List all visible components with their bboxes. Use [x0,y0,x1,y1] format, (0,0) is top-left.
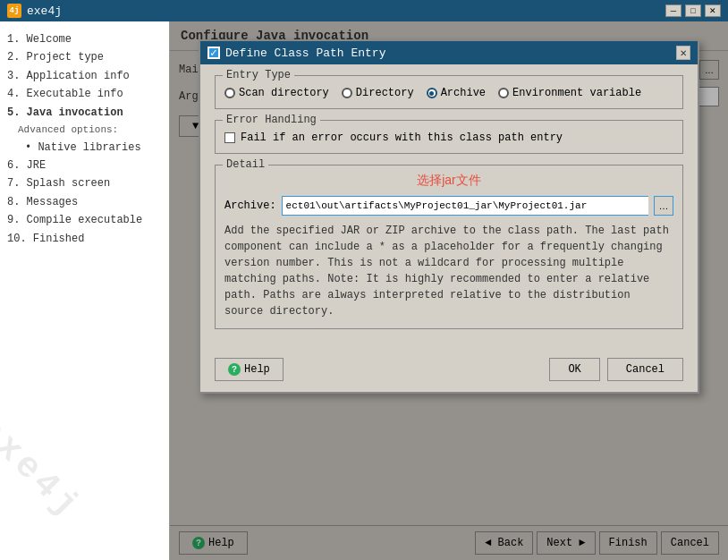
detail-label: Detail [223,158,268,171]
archive-browse-button[interactable]: … [654,196,673,216]
modal-icon: ✓ [207,47,220,59]
radio-archive-label: Archive [441,87,486,99]
error-checkbox-row: Fail if an error occurs with this class … [224,132,673,144]
sidebar-item-finished[interactable]: 10. Finished [7,230,162,248]
maximize-button[interactable]: □ [685,4,701,17]
archive-description: Add the specified JAR or ZIP archive to … [224,223,673,319]
radio-env-circle [498,88,509,98]
modal-ok-button[interactable]: OK [549,358,599,381]
archive-row: Archive: … [224,196,673,216]
entry-type-label: Entry Type [223,69,294,81]
sidebar-item-project-type[interactable]: 2. Project type [7,48,162,66]
error-handling-group: Error Handling Fail if an error occurs w… [215,120,683,154]
title-bar: 4j exe4j ─ □ ✕ [0,0,728,21]
minimize-button[interactable]: ─ [665,4,681,17]
main-container: 1. Welcome 2. Project type 3. Applicatio… [0,21,728,560]
watermark: exe4j [0,408,89,528]
close-button[interactable]: ✕ [705,4,721,17]
sidebar-item-native-libs[interactable]: • Native libraries [7,139,162,157]
radio-scan-directory[interactable]: Scan directory [224,87,329,99]
detail-group: Detail 选择jar文件 Archive: … Add the specif… [215,165,683,329]
modal-dialog: ✓ Define Class Path Entry ✕ Entry Type S… [199,39,699,394]
sidebar-item-welcome[interactable]: 1. Welcome [7,30,162,48]
sidebar-item-java-invocation[interactable]: 5. Java invocation [7,104,162,122]
modal-help-button[interactable]: ? Help [215,358,284,381]
sidebar-item-messages[interactable]: 8. Messages [7,193,162,211]
modal-cancel-button[interactable]: Cancel [607,358,683,381]
window-title: exe4j [27,4,62,18]
sidebar-advanced-options-label: Advanced options: [7,122,162,139]
modal-title: Define Class Path Entry [225,47,385,60]
modal-overlay: ✓ Define Class Path Entry ✕ Entry Type S… [170,21,728,560]
radio-directory[interactable]: Directory [342,87,414,99]
radio-archive-circle [427,88,437,98]
archive-field-label: Archive: [224,199,276,212]
modal-help-label: Help [244,363,270,376]
error-checkbox[interactable] [224,132,235,143]
modal-help-icon: ? [228,363,241,376]
radio-env-label: Environment variable [512,87,641,99]
chinese-annotation: 选择jar文件 [224,173,673,189]
archive-input[interactable] [282,196,648,216]
app-icon: 4j [7,4,21,18]
radio-dir-circle [342,88,352,98]
radio-archive[interactable]: Archive [427,87,486,99]
radio-env-variable[interactable]: Environment variable [498,87,641,99]
modal-body: Entry Type Scan directory Directory [200,64,698,351]
sidebar: 1. Welcome 2. Project type 3. Applicatio… [0,21,170,560]
radio-group: Scan directory Directory Archive [224,87,673,99]
modal-footer: ? Help OK Cancel [200,351,698,392]
modal-title-left: ✓ Define Class Path Entry [207,47,385,60]
error-checkbox-label: Fail if an error occurs with this class … [241,132,563,144]
content-area: Configure Java invocation Main class fro… [170,21,728,560]
window-controls: ─ □ ✕ [665,4,721,17]
entry-type-group: Entry Type Scan directory Directory [215,75,683,109]
modal-footer-right: OK Cancel [549,358,683,381]
sidebar-item-jre[interactable]: 6. JRE [7,157,162,174]
sidebar-item-splash[interactable]: 7. Splash screen [7,174,162,192]
radio-dir-label: Directory [356,87,414,99]
sidebar-item-compile[interactable]: 9. Compile executable [7,211,162,229]
sidebar-item-exec-info[interactable]: 4. Executable info [7,85,162,103]
modal-close-button[interactable]: ✕ [676,46,690,60]
modal-title-bar: ✓ Define Class Path Entry ✕ [200,41,698,64]
radio-scan-dir-label: Scan directory [239,87,329,99]
sidebar-item-app-info[interactable]: 3. Application info [7,67,162,85]
radio-scan-dir-circle [224,88,235,98]
error-handling-label: Error Handling [223,114,320,126]
